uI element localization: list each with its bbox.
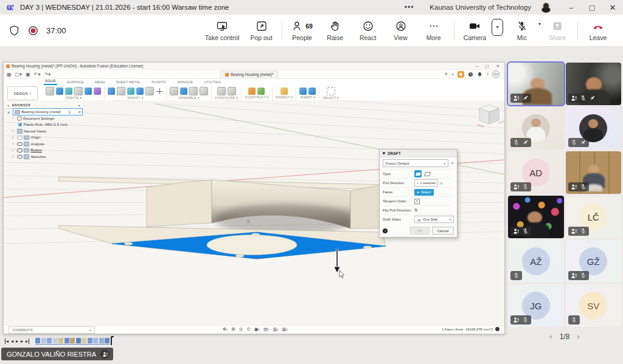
faces-select-button[interactable]: ▸ Select (414, 189, 434, 196)
participant-tile-video[interactable] (566, 63, 622, 105)
timeline-feature-icon[interactable] (64, 338, 69, 343)
info-icon[interactable]: i (383, 228, 388, 233)
timeline-feature-icon[interactable] (82, 338, 86, 343)
visibility-eye-icon[interactable] (17, 142, 23, 146)
hole-tool-icon[interactable] (74, 87, 83, 95)
timeline-step-forward-button[interactable]: ▸ (21, 338, 23, 344)
design-workspace-menu[interactable]: DESIGN ▾ (7, 86, 38, 100)
save-icon[interactable]: ▣ (26, 72, 30, 77)
leave-button[interactable]: Leave (582, 18, 614, 44)
modify-group-label[interactable]: MODIFY ▾ (127, 96, 143, 100)
participant-tile-initials[interactable]: SV (566, 284, 622, 327)
tab-solid[interactable]: SOLID (44, 79, 57, 85)
component-color-icon[interactable]: ◎ (68, 110, 71, 114)
orbit-icon[interactable]: ⊕▾ (223, 326, 228, 332)
user-avatar[interactable] (541, 2, 551, 13)
configure-group-label[interactable]: CONFIGURE ▾ (215, 96, 238, 100)
view-cube[interactable] (477, 105, 504, 127)
tree-item-plastic-rule[interactable]: Plastic Rule: ABS (1,5 mm) (5, 122, 83, 128)
more-button[interactable]: More (417, 18, 450, 44)
fusion-user-avatar[interactable]: GV (492, 70, 499, 78)
undo-icon[interactable]: ↶▾ (34, 72, 41, 77)
cad-model[interactable] (58, 177, 386, 259)
tab-surface[interactable]: SURFACE (66, 80, 85, 85)
joint-tool-icon[interactable] (180, 88, 187, 95)
timeline-feature-icon[interactable] (88, 338, 92, 343)
raise-hand-button[interactable]: Raise (319, 18, 352, 44)
sketch-tool-icon[interactable] (46, 87, 54, 95)
visibility-eye-icon[interactable] (17, 148, 23, 153)
construct-group-label[interactable]: CONSTRUCT ▾ (245, 95, 269, 99)
take-control-button[interactable]: Take control (200, 18, 245, 44)
look-at-icon[interactable]: ⊞ (232, 326, 235, 332)
pattern-tool-icon[interactable] (85, 88, 92, 95)
draft-dialog-header[interactable]: DRAFT (380, 149, 457, 157)
data-panel-icon[interactable]: ▦ (7, 72, 12, 77)
timeline-feature-icon[interactable] (105, 338, 110, 343)
file-menu-icon[interactable]: ▢▾ (15, 72, 23, 77)
participant-tile-photo[interactable] (508, 107, 564, 149)
viewports-icon[interactable]: ▧▾ (282, 326, 288, 332)
fit-icon[interactable]: ▣▾ (254, 326, 260, 332)
participant-tile-initials[interactable]: AD (508, 151, 564, 194)
extrude-tool-icon[interactable] (56, 88, 63, 95)
tree-item-analysis[interactable]: ▷ Analysis (5, 141, 83, 148)
document-tab[interactable]: Bearing Housing (metal)* (220, 70, 278, 78)
participant-tile-initials[interactable]: LČ (566, 196, 622, 238)
participant-tile-photo[interactable] (566, 107, 622, 149)
shell-tool-icon[interactable] (127, 88, 134, 95)
previous-page-icon[interactable]: ‹ (549, 332, 552, 341)
housing-right-wall[interactable] (350, 186, 383, 228)
expander-icon[interactable]: ▷ (12, 142, 15, 145)
browser-root-row[interactable]: ◢ Bearing Housing (metal) ◎ ⊕ (5, 109, 83, 115)
timeline-feature-icon[interactable] (99, 338, 104, 343)
select-group-label[interactable]: SELECT ▾ (322, 96, 338, 100)
type-fixed-plane-toggle[interactable] (414, 170, 422, 177)
insert-derive-tool-icon[interactable] (299, 88, 307, 95)
construct-plane-tool-icon[interactable] (248, 88, 256, 95)
press-pull-tool-icon[interactable] (108, 88, 115, 95)
tree-item-document-settings[interactable]: ▷ Document Settings (5, 115, 83, 122)
expander-icon[interactable]: ▷ (12, 149, 15, 152)
timeline-go-end-button[interactable]: ▸ (26, 338, 29, 344)
security-shield-icon[interactable] (9, 25, 20, 36)
housing-left-wall[interactable] (147, 180, 212, 227)
timeline-feature-icon[interactable] (76, 338, 81, 343)
participant-tile-initials[interactable]: AŽ (508, 240, 564, 283)
motion-link-tool-icon[interactable] (200, 87, 208, 95)
camera-options-dropdown[interactable]: ▾ (492, 19, 503, 36)
new-component-tool-icon[interactable] (170, 87, 178, 95)
tab-plastic[interactable]: PLASTIC (150, 80, 168, 85)
minimize-button[interactable]: – (561, 0, 582, 15)
component-activate-icon[interactable]: ⊕ (78, 110, 81, 114)
view-button[interactable]: View (385, 18, 417, 44)
tab-utilities[interactable]: UTILITIES (203, 80, 222, 85)
collapse-panel-icon[interactable]: « (7, 103, 9, 107)
participant-tile-video[interactable] (508, 63, 564, 105)
timeline-feature-icon[interactable] (53, 338, 58, 343)
tree-item-named-views[interactable]: ▷ Named Views (5, 128, 83, 135)
create-group-label[interactable]: CREATE ▾ (65, 96, 82, 100)
display-settings-icon[interactable]: ▤▾ (263, 326, 269, 332)
assemble-group-label[interactable]: ASSEMBLE ▾ (178, 96, 200, 100)
close-tab-icon[interactable]: ✕ (444, 72, 448, 77)
measure-tool-icon[interactable] (280, 88, 288, 95)
tree-item-origin[interactable]: ▷ Origin (5, 134, 83, 141)
zoom-icon[interactable]: ⊙ (246, 326, 250, 332)
type-parting-line-toggle[interactable] (423, 170, 431, 177)
camera-button[interactable]: Camera (458, 18, 492, 44)
move-copy-tool-icon[interactable] (156, 88, 163, 95)
viewport-canvas[interactable]: « BROWSER ● ◢ Bearing Housing (metal) ◎ … (4, 100, 504, 326)
tab-sheet-metal[interactable]: SHEET METAL (115, 80, 142, 85)
participant-tile-video[interactable] (566, 151, 622, 194)
react-button[interactable]: React (352, 18, 385, 44)
maximize-button[interactable]: ▢ (582, 0, 602, 15)
timeline-feature-icon[interactable] (58, 338, 63, 343)
visibility-eye-icon[interactable] (17, 155, 23, 159)
select-tool-icon[interactable] (327, 87, 335, 95)
people-button[interactable]: 69 People (286, 18, 319, 44)
tab-manage[interactable]: MANAGE (176, 80, 194, 85)
configuration-table-tool-icon[interactable] (228, 87, 236, 95)
inspect-group-label[interactable]: INSPECT ▾ (276, 95, 293, 99)
flip-direction-icon[interactable]: ⇅ (414, 208, 418, 213)
